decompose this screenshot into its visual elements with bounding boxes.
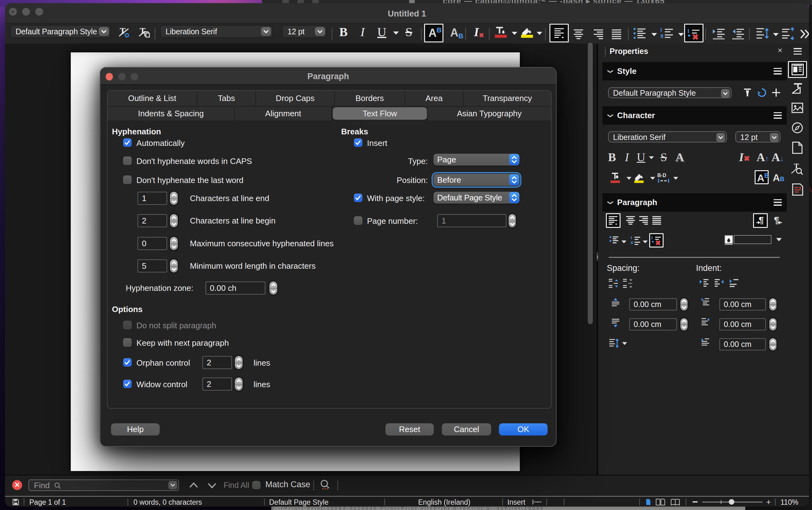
svg-text:✖: ✖ (655, 239, 661, 246)
svg-text:II: II (631, 240, 633, 245)
svg-text:I: I (631, 236, 632, 240)
svg-text:I: I (651, 236, 652, 240)
svg-text:¶: ¶ (759, 215, 764, 225)
svg-text:I: I (661, 27, 662, 33)
svg-text:B-D: B-D (657, 173, 666, 178)
svg-text:II: II (661, 34, 663, 39)
svg-text:¶: ¶ (774, 215, 779, 225)
svg-text:I: I (688, 28, 689, 34)
svg-text:✖: ✖ (692, 32, 699, 40)
